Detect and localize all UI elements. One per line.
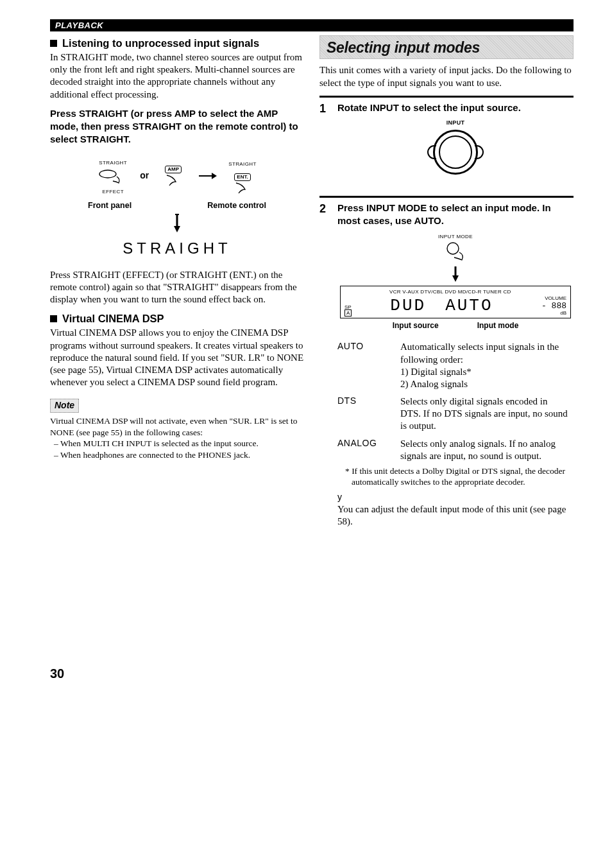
heading-virtual-cinema-text: Virtual CINEMA DSP bbox=[62, 313, 164, 324]
display-volume-block: VOLUME - 888 dB bbox=[541, 296, 566, 317]
ent-button-icon: ENT. bbox=[234, 173, 250, 181]
display-word-straight: STRAIGHT bbox=[50, 239, 304, 259]
button-press-icon bbox=[98, 168, 128, 184]
note-label: Note bbox=[50, 399, 79, 413]
front-panel-label: Front panel bbox=[88, 200, 132, 211]
mode-desc-analog: Selects only analog signals. If no analo… bbox=[400, 437, 574, 466]
divider bbox=[319, 196, 574, 198]
label-input-source: Input source bbox=[393, 321, 439, 331]
note-intro: Virtual CINEMA DSP will not activate, ev… bbox=[50, 415, 304, 438]
mode-label-analog: ANALOG bbox=[337, 437, 400, 466]
manual-page: PLAYBACK Listening to unprocessed input … bbox=[0, 0, 612, 708]
straight-label-2: STRAIGHT bbox=[228, 161, 257, 167]
display-db: dB bbox=[560, 310, 566, 316]
mode-desc-dts: Selects only digital signals encoded in … bbox=[400, 394, 574, 437]
instruction-straight: Press STRAIGHT (or press AMP to select t… bbox=[50, 107, 304, 146]
svg-marker-2 bbox=[212, 173, 217, 179]
tip-text: You can adjust the default input mode of… bbox=[337, 503, 574, 528]
input-mode-table: AUTO Automatically selects input signals… bbox=[337, 340, 574, 466]
note-body: Virtual CINEMA DSP will not activate, ev… bbox=[50, 415, 304, 460]
table-row: ANALOG Selects only analog signals. If n… bbox=[337, 437, 574, 466]
table-row: AUTO Automatically selects input signals… bbox=[337, 340, 574, 394]
amp-button-icon: AMP bbox=[165, 166, 182, 173]
table-row: DTS Selects only digital signals encoded… bbox=[337, 394, 574, 437]
remote-control-label: Remote control bbox=[207, 200, 266, 211]
button-press-icon bbox=[160, 174, 186, 189]
display-segment-row: DUD AUTO bbox=[352, 295, 541, 317]
heading-listening: Listening to unprocessed input signals bbox=[50, 37, 304, 50]
square-bullet-icon bbox=[50, 40, 57, 47]
svg-point-0 bbox=[99, 170, 116, 178]
step-1-text: Rotate INPUT to select the input source. bbox=[337, 101, 574, 114]
display-sources-row: VCR V-AUX DTV/CBL DVD MD/CD-R TUNER CD bbox=[344, 289, 566, 295]
front-panel-button-group: STRAIGHT EFFECT bbox=[98, 155, 128, 196]
mode-label-auto: AUTO bbox=[337, 340, 400, 394]
step-2: 2 Press INPUT MODE to select an input mo… bbox=[319, 202, 574, 528]
paragraph-input-intro: This unit comes with a variety of input … bbox=[319, 64, 574, 89]
left-column: Listening to unprocessed input signals I… bbox=[50, 35, 304, 682]
diagram-input-mode-press: INPUT MODE bbox=[337, 234, 574, 281]
display-sp: SP A bbox=[344, 305, 352, 317]
display-volume-label: VOLUME bbox=[545, 295, 566, 301]
divider bbox=[319, 96, 574, 98]
diagram-straight-buttons: STRAIGHT EFFECT or AMP bbox=[50, 155, 304, 232]
two-column-layout: Listening to unprocessed input signals I… bbox=[50, 35, 574, 682]
paragraph-straight-intro: In STRAIGHT mode, two channel stereo sou… bbox=[50, 51, 304, 101]
display-auto: AUTO bbox=[445, 295, 493, 317]
footnote-asterisk: * If this unit detects a Dolby Digital o… bbox=[337, 466, 574, 488]
display-panel: VCR V-AUX DTV/CBL DVD MD/CD-R TUNER CD S… bbox=[340, 286, 571, 319]
svg-point-6 bbox=[447, 243, 459, 254]
page-number: 30 bbox=[50, 666, 304, 682]
section-header-strip: PLAYBACK bbox=[50, 19, 574, 31]
mode-label-dts: DTS bbox=[337, 394, 400, 437]
or-text: or bbox=[140, 170, 149, 182]
straight-label: STRAIGHT bbox=[99, 160, 127, 166]
section-header-text: PLAYBACK bbox=[55, 21, 103, 30]
step-1: 1 Rotate INPUT to select the input sourc… bbox=[319, 101, 574, 189]
diagram-input-knob: INPUT bbox=[337, 119, 574, 178]
heading-listening-text: Listening to unprocessed input signals bbox=[62, 37, 259, 49]
step-2-text: Press INPUT MODE to select an input mode… bbox=[337, 202, 574, 228]
input-mode-label: INPUT MODE bbox=[337, 234, 574, 240]
arrow-right-icon bbox=[198, 171, 217, 180]
arrow-down-icon bbox=[50, 213, 304, 232]
dial-icon bbox=[433, 130, 478, 175]
mode-desc-auto: Automatically selects input signals in t… bbox=[400, 340, 574, 394]
tip-symbol: y bbox=[337, 492, 574, 503]
note-bullet-1: – When MULTI CH INPUT is selected as the… bbox=[50, 438, 304, 449]
section-banner-input-modes: Selecting input modes bbox=[319, 35, 574, 59]
arrow-down-icon bbox=[337, 265, 574, 282]
heading-virtual-cinema: Virtual CINEMA DSP bbox=[50, 312, 304, 326]
right-column: Selecting input modes This unit comes wi… bbox=[319, 35, 574, 682]
step-number-2: 2 bbox=[319, 202, 330, 528]
display-volume-value: - 888 bbox=[541, 301, 566, 311]
label-input-mode: Input mode bbox=[477, 321, 519, 331]
input-knob-label: INPUT bbox=[337, 119, 574, 127]
square-bullet-icon bbox=[50, 315, 57, 322]
diagram-row: STRAIGHT EFFECT or AMP bbox=[50, 155, 304, 196]
step-2-body: Press INPUT MODE to select an input mode… bbox=[337, 202, 574, 528]
diagram-under-labels: Front panel Remote control bbox=[50, 200, 304, 211]
step-1-body: Rotate INPUT to select the input source.… bbox=[337, 101, 574, 189]
note-bullet-2: – When headphones are connected to the P… bbox=[50, 449, 304, 461]
svg-marker-4 bbox=[174, 226, 180, 232]
display-dvd: DUD bbox=[390, 295, 426, 317]
paragraph-virtual-cinema: Virtual CINEMA DSP allows you to enjoy t… bbox=[50, 327, 304, 388]
remote-straight-button: STRAIGHT ENT. bbox=[228, 157, 257, 195]
display-main-row: SP A DUD AUTO VOLUME - 888 dB bbox=[344, 295, 566, 317]
button-press-icon bbox=[230, 182, 255, 195]
remote-amp-button: AMP bbox=[160, 162, 186, 189]
effect-label: EFFECT bbox=[102, 189, 124, 195]
display-under-labels: Input source Input mode bbox=[337, 321, 574, 331]
button-press-icon bbox=[441, 241, 470, 263]
paragraph-straight-off: Press STRAIGHT (EFFECT) (or STRAIGHT (EN… bbox=[50, 269, 304, 306]
step-number-1: 1 bbox=[319, 101, 330, 189]
svg-marker-8 bbox=[452, 275, 459, 282]
